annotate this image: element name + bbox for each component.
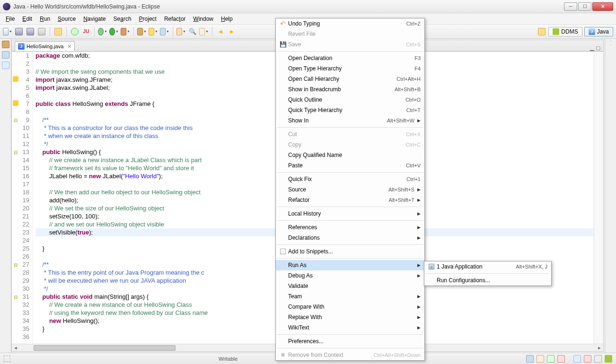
menu-refactor[interactable]: Refactor xyxy=(160,14,189,24)
perspective-ddms[interactable]: DDMS xyxy=(548,27,582,36)
open-perspective-button[interactable] xyxy=(537,27,546,36)
java-perspective-icon: J xyxy=(589,28,595,35)
context-menu-item-undo-typing[interactable]: ↶Undo TypingCtrl+Z xyxy=(276,18,424,29)
android-icon xyxy=(553,28,559,35)
tab-close-icon[interactable]: ✕ xyxy=(67,43,71,50)
context-menu-item-quick-outline[interactable]: Quick OutlineCtrl+O xyxy=(276,95,424,105)
maximize-view-icon[interactable]: ▢ xyxy=(596,45,600,51)
build-button[interactable] xyxy=(53,27,63,36)
status-breakpoints-icon[interactable] xyxy=(573,355,581,363)
status-problems-icon[interactable] xyxy=(584,355,591,363)
context-menu-item-preferences[interactable]: Preferences... xyxy=(276,336,424,347)
type-hierarchy-icon[interactable] xyxy=(2,51,9,59)
save-all-button[interactable] xyxy=(26,27,35,36)
nav-forward-icon[interactable]: ► xyxy=(227,27,237,36)
search-button[interactable]: 🔍 xyxy=(188,27,197,36)
status-console-icon[interactable] xyxy=(594,355,602,363)
context-menu-item-show-in[interactable]: Show InAlt+Shift+W▶ xyxy=(276,115,424,126)
new-button[interactable]: ▼ xyxy=(3,27,12,36)
editor-context-menu: ↶Undo TypingCtrl+ZRevert File💾SaveCtrl+S… xyxy=(275,18,425,361)
context-menu-item-compare-with[interactable]: Compare With▶ xyxy=(276,302,424,312)
context-menu-item-replace-with[interactable]: Replace With▶ xyxy=(276,312,424,322)
context-menu-item-references[interactable]: References▶ xyxy=(276,222,424,233)
menu-window[interactable]: Window xyxy=(189,14,217,24)
maximize-button[interactable]: ☐ xyxy=(578,2,591,11)
context-menu-item-open-type-hierarchy[interactable]: Open Type HierarchyF4 xyxy=(276,63,424,74)
perspective-ddms-label: DDMS xyxy=(561,28,578,35)
context-menu-item-open-declaration[interactable]: Open DeclarationF3 xyxy=(276,53,424,63)
context-menu-item-open-call-hierarchy[interactable]: Open Call HierarchyCtrl+Alt+H xyxy=(276,74,424,84)
close-button[interactable]: ✕ xyxy=(592,2,613,11)
run-as-item-1-java-application[interactable]: J1 Java ApplicationAlt+Shift+X, J xyxy=(424,261,551,272)
run-as-submenu: J1 Java ApplicationAlt+Shift+X, JRun Con… xyxy=(424,261,552,286)
editor-tab-label: HelloSwing.java xyxy=(26,43,63,49)
menu-file[interactable]: File xyxy=(2,14,18,24)
context-menu-item-refactor[interactable]: RefactorAlt+Shift+T▶ xyxy=(276,195,424,205)
minimize-button[interactable]: ─ xyxy=(564,2,577,11)
perspective-java[interactable]: JJava xyxy=(584,27,613,36)
context-menu-item-team[interactable]: Team▶ xyxy=(276,291,424,302)
annotations-button[interactable]: ▼ xyxy=(199,27,209,36)
new-type-button[interactable]: ▼ xyxy=(160,27,169,36)
context-menu-item-copy: CopyCtrl+C xyxy=(276,139,424,150)
navigator-icon[interactable] xyxy=(2,61,9,69)
context-menu-item-debug-as[interactable]: Debug As▶ xyxy=(276,270,424,281)
debug-button[interactable]: ▼ xyxy=(98,27,107,36)
context-menu-item-local-history[interactable]: Local History▶ xyxy=(276,208,424,219)
context-menu-item-run-as[interactable]: Run As▶ xyxy=(276,260,424,270)
open-type-button[interactable]: ▼ xyxy=(176,27,186,36)
eclipse-icon xyxy=(3,3,10,10)
menu-help[interactable]: Help xyxy=(217,14,237,24)
new-package-button[interactable]: ▼ xyxy=(137,27,147,36)
context-menu-item-declarations[interactable]: Declarations▶ xyxy=(276,233,424,243)
fast-view-icon[interactable] xyxy=(4,355,10,362)
context-menu-item-cut: CutCtrl+X xyxy=(276,129,424,139)
perspective-java-label: Java xyxy=(597,28,609,35)
window-title: Java - Hello World/src/com/wfdb/HelloSwi… xyxy=(13,3,564,10)
menu-edit[interactable]: Edit xyxy=(18,14,36,24)
status-updates-icon[interactable] xyxy=(537,355,544,363)
nav-back-icon[interactable]: ◄ xyxy=(216,27,225,36)
outline-icon[interactable] xyxy=(610,41,611,42)
right-trim-bar xyxy=(605,39,616,353)
status-task-icon[interactable] xyxy=(557,355,565,363)
context-menu-item-quick-fix[interactable]: Quick FixCtrl+1 xyxy=(276,174,424,184)
menu-source[interactable]: Source xyxy=(54,14,79,24)
minimize-view-icon[interactable]: ▁ xyxy=(590,45,594,51)
context-menu-item-show-in-breadcrumb[interactable]: Show in BreadcrumbAlt+Shift+B xyxy=(276,84,424,95)
status-sync-icon[interactable] xyxy=(526,355,534,363)
new-java-class-button[interactable] xyxy=(70,27,79,36)
external-tools-button[interactable]: ▼ xyxy=(121,27,130,36)
task-list-icon[interactable] xyxy=(610,44,611,45)
run-as-item-run-configurations[interactable]: Run Configurations... xyxy=(424,275,551,286)
left-trim-bar xyxy=(0,39,11,353)
status-writable: Writable xyxy=(219,356,238,362)
context-menu-item-validate[interactable]: Validate xyxy=(276,281,424,291)
window-titlebar: Java - Hello World/src/com/wfdb/HelloSwi… xyxy=(0,0,616,13)
menu-project[interactable]: Project xyxy=(135,14,160,24)
context-menu-item-quick-type-hierarchy[interactable]: Quick Type HierarchyCtrl+T xyxy=(276,105,424,115)
menu-run[interactable]: Run xyxy=(36,14,54,24)
status-android-icon[interactable] xyxy=(605,355,612,363)
run-button[interactable]: ▼ xyxy=(109,27,119,36)
java-file-icon: J xyxy=(18,43,25,50)
context-menu-item-copy-qualified-name[interactable]: Copy Qualified Name xyxy=(276,150,424,160)
context-menu-item-wikitext[interactable]: WikiText▶ xyxy=(276,322,424,333)
package-explorer-icon[interactable] xyxy=(2,41,9,48)
menu-navigate[interactable]: Navigate xyxy=(79,14,109,24)
context-menu-item-remove-from-context: ✖Remove from ContextCtrl+Alt+Shift+Down xyxy=(276,350,424,360)
overview-ruler[interactable] xyxy=(594,52,603,344)
new-class-button[interactable]: ▼ xyxy=(149,27,158,36)
context-menu-item-save: 💾SaveCtrl+S xyxy=(276,39,424,50)
editor-tab-helloswing[interactable]: J HelloSwing.java ✕ xyxy=(15,41,75,51)
context-menu-item-revert-file: Revert File xyxy=(276,29,424,39)
context-menu-item-paste[interactable]: PasteCtrl+V xyxy=(276,160,424,171)
status-heap-icon[interactable] xyxy=(547,355,554,363)
context-menu-item-add-to-snippets[interactable]: Add to Snippets... xyxy=(276,246,424,257)
print-button[interactable] xyxy=(37,27,46,36)
menu-search[interactable]: Search xyxy=(110,14,135,24)
junit-button[interactable]: JU xyxy=(81,27,91,36)
save-button[interactable] xyxy=(14,27,24,36)
context-menu-item-source[interactable]: SourceAlt+Shift+S▶ xyxy=(276,184,424,195)
